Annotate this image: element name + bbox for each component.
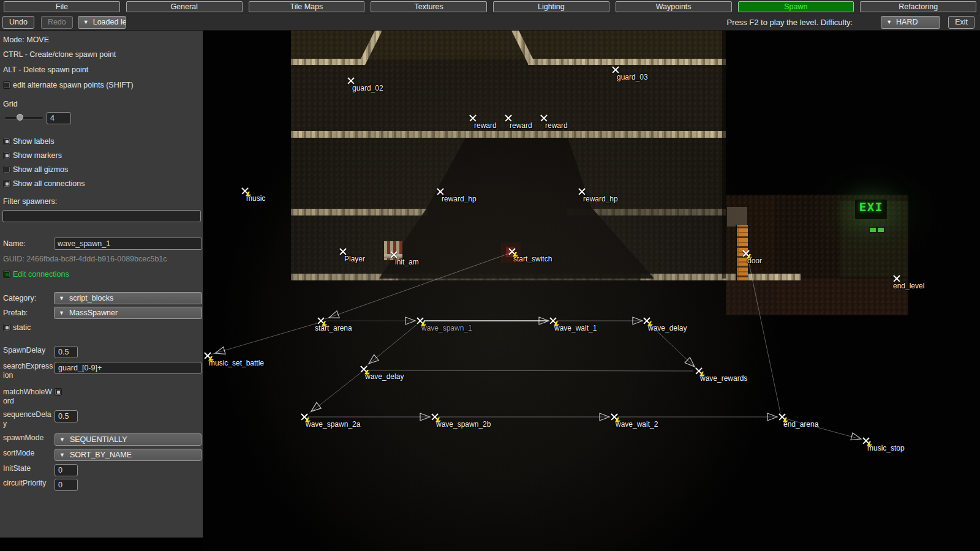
prop-row-spawndelay: SpawnDelay [3,346,202,358]
prop-label: circuitPriority [3,479,55,488]
redo-button[interactable]: Redo [41,16,73,29]
prop-label: InitState [3,464,55,473]
spawn-node-label: music_set_battle [209,359,264,367]
static-label: static [13,323,31,332]
prop-dropdown-value: SEQUENTIALLY [70,435,127,444]
prop-dropdown-sortmode[interactable]: SORT_BY_NAME [55,449,202,461]
spawn-node-label: wave_spawn_2a [306,420,360,429]
prop-label: SpawnDelay [3,346,55,355]
guid-line: GUID: 2466fbda-bc8f-4ddd-b916-0089bcec5b… [3,255,167,263]
tab-waypoints[interactable]: Waypoints [616,1,732,12]
spawn-node-label: Player [344,255,365,263]
toggle-show-markers[interactable]: Show markers [3,151,62,160]
spawn-node-label: wave_spawn_2b [436,420,491,429]
category-value: script_blocks [69,294,113,302]
spawn-node-label: reward_hp [583,195,618,203]
edit-connections-label: Edit connections [13,270,69,279]
spawn-node-label: guard_02 [352,84,383,92]
grid-size-input[interactable] [47,112,71,124]
prop-dropdown-spawnmode[interactable]: SEQUENTIALLY [55,433,202,446]
difficulty-value: HARD [896,18,918,26]
prefab-dropdown[interactable]: MassSpawner [54,307,202,319]
tab-lighting[interactable]: Lighting [493,1,609,12]
tab-textures[interactable]: Textures [371,1,487,12]
spawn-connection [367,323,418,365]
toggle-show-all-connections[interactable]: Show all connections [3,179,85,188]
spawn-node-label: init_am [395,258,419,266]
ctrl-help-line: CTRL - Create/clone spawn point [3,50,116,59]
grid-label: Grid [3,100,18,108]
tab-spawn[interactable]: Spawn [738,1,854,12]
prop-input-spawndelay[interactable] [55,346,78,358]
tab-tile-maps[interactable]: Tile Maps [249,1,365,12]
exit-button[interactable]: Exit [948,16,974,29]
spawn-node-label: music [246,194,265,203]
tab-file[interactable]: File [4,1,120,12]
spawn-node-label: wave_wait_1 [554,324,597,332]
toggle-label: Show markers [13,151,62,160]
tab-general[interactable]: General [126,1,243,12]
spawn-node-label: wave_delay [365,372,404,381]
prop-input-sequencedelay[interactable] [55,410,78,422]
spawn-node-label: end_level [893,282,924,290]
filter-spawners-input[interactable] [2,210,201,222]
level-canvas[interactable]: EXI guard_02guard_03rewardrewardrewardmu… [203,31,980,551]
spawn-panel: Mode: MOVE CTRL - Create/clone spawn poi… [0,31,203,538]
grid-slider-thumb[interactable] [17,114,23,121]
spawn-node-label: start_arena [315,324,352,332]
prop-input-searchexpression[interactable] [55,362,202,374]
spawn-node-label: reward_hp [442,195,477,203]
checkbox-show-markers[interactable] [3,152,10,159]
prop-row-sequencedelay: sequenceDelay [3,410,202,429]
prop-row-sortmode: sortModeSORT_BY_NAME [3,449,202,461]
play-hint-text: Press F2 to play the level. Difficulty: [726,18,853,27]
spawn-connection [211,323,319,354]
difficulty-dropdown[interactable]: HARD [881,16,940,29]
loaded-levels-value: Loaded le [93,18,126,26]
checkbox-show-all-gizmos[interactable] [3,166,10,173]
prop-label: searchExpression [3,362,55,380]
prop-label: matchWholeWord [3,388,55,406]
prop-input-circuitpriority[interactable] [55,479,78,491]
prop-checkbox-matchwholeword[interactable] [55,388,62,395]
alt-spawn-checkbox[interactable] [3,81,10,89]
prop-dropdown-value: SORT_BY_NAME [70,451,132,459]
toggle-show-labels[interactable]: Show labels [3,137,54,146]
grid-slider[interactable] [5,117,43,119]
connection-layer [203,31,980,551]
static-checkbox[interactable] [3,324,10,331]
prop-label: sortMode [3,449,55,458]
alt-help-line: ALT - Delete spawn point [3,66,88,74]
spawner-properties: SpawnDelaysearchExpressionmatchWholeWord… [3,346,202,493]
alt-spawn-toggle[interactable]: edit alternate spawn points (SHIFT) [3,81,134,89]
checkbox-show-all-connections[interactable] [3,180,10,187]
tab-refactoring[interactable]: Refactoring [860,1,976,12]
prop-label: sequenceDelay [3,410,55,429]
edit-connections-toggle[interactable]: Edit connections [3,270,69,279]
prop-input-initstate[interactable] [55,464,78,476]
undo-button[interactable]: Undo [2,16,34,29]
static-toggle[interactable]: static [3,323,31,332]
spawn-node-label: wave_rewards [700,374,747,383]
toggle-show-all-gizmos[interactable]: Show all gizmos [3,165,68,174]
toggle-label: Show all gizmos [13,165,68,174]
spawn-connection [309,372,361,413]
prop-row-searchexpression: searchExpression [3,362,202,380]
spawn-node-label: door [747,257,762,265]
edit-connections-checkbox[interactable] [3,271,10,278]
checkbox-show-labels[interactable] [3,138,10,145]
spawn-node-label: end_arena [783,420,818,429]
mode-line: Mode: MOVE [3,36,49,44]
name-label: Name: [3,239,26,248]
prop-label: spawnMode [3,433,55,443]
spawn-node-label: wave_spawn_1 [421,324,472,332]
spawner-name-input[interactable] [54,238,202,250]
toggle-label: Show labels [13,137,54,146]
category-dropdown[interactable]: script_blocks [54,292,202,304]
menu-bar: FileGeneralTile MapsTexturesLightingWayp… [0,0,980,13]
spawn-connection [748,258,780,413]
alt-spawn-label: edit alternate spawn points (SHIFT) [13,81,134,89]
prop-row-matchwholeword: matchWholeWord [3,388,202,406]
loaded-levels-dropdown[interactable]: Loaded le [78,16,126,29]
toggle-label: Show all connections [13,179,85,188]
